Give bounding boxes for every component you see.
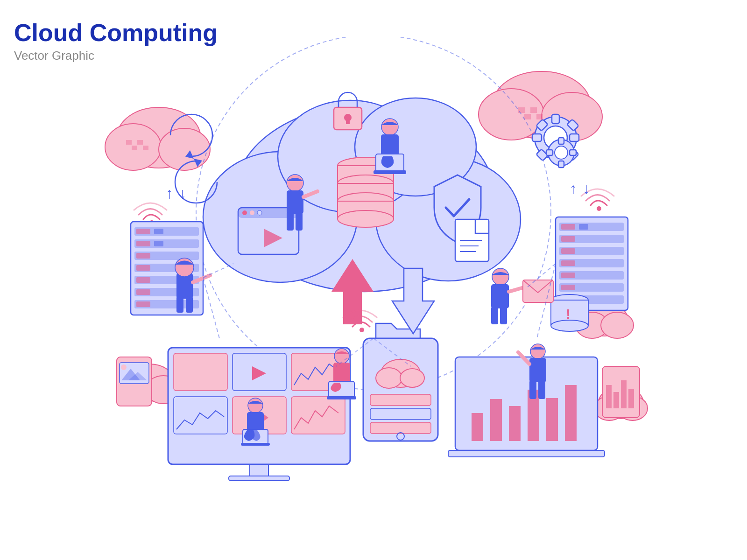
svg-rect-145: [613, 392, 619, 408]
svg-rect-84: [154, 241, 163, 246]
svg-rect-4: [137, 140, 143, 145]
svg-point-158: [381, 119, 398, 135]
svg-rect-133: [370, 422, 431, 434]
svg-point-182: [248, 398, 263, 413]
svg-rect-131: [370, 394, 431, 406]
svg-rect-146: [621, 380, 627, 408]
svg-rect-165: [296, 212, 303, 231]
svg-point-162: [287, 175, 303, 191]
svg-rect-103: [561, 273, 575, 278]
svg-rect-11: [530, 107, 537, 113]
svg-rect-86: [136, 265, 150, 271]
svg-point-152: [121, 364, 127, 370]
svg-rect-136: [472, 413, 483, 441]
svg-rect-164: [287, 212, 294, 231]
svg-rect-157: [186, 296, 193, 313]
svg-rect-183: [247, 412, 264, 432]
svg-rect-13: [536, 114, 543, 119]
svg-rect-173: [491, 307, 498, 324]
svg-rect-179: [529, 380, 536, 399]
svg-text:↑: ↑: [570, 180, 577, 197]
svg-rect-85: [136, 253, 150, 259]
svg-point-130: [400, 369, 424, 387]
svg-rect-125: [250, 464, 268, 477]
svg-rect-12: [524, 114, 531, 119]
svg-rect-52: [570, 150, 576, 155]
svg-text:!: !: [566, 306, 571, 322]
svg-rect-180: [538, 380, 545, 399]
svg-point-114: [257, 210, 262, 215]
svg-rect-121: [174, 397, 227, 434]
svg-point-108: [551, 320, 588, 331]
svg-rect-88: [136, 289, 150, 295]
svg-rect-89: [136, 301, 150, 307]
svg-rect-104: [561, 285, 575, 290]
svg-rect-51: [546, 150, 553, 155]
svg-rect-138: [509, 406, 521, 441]
svg-rect-163: [287, 190, 303, 214]
svg-rect-102: [561, 260, 575, 266]
svg-rect-159: [381, 134, 399, 157]
illustration: .cloud-fill { fill: #d6d9ff; stroke: #4a…: [75, 37, 672, 532]
svg-rect-174: [500, 307, 507, 324]
svg-rect-50: [558, 161, 564, 168]
svg-rect-3: [126, 140, 132, 145]
svg-rect-126: [229, 476, 289, 481]
svg-rect-140: [546, 398, 558, 441]
svg-text:↓: ↓: [583, 180, 590, 197]
svg-rect-42: [570, 134, 579, 141]
svg-rect-172: [491, 284, 509, 308]
svg-point-171: [492, 268, 509, 285]
svg-point-129: [376, 368, 402, 388]
svg-rect-82: [154, 229, 163, 234]
svg-rect-147: [628, 389, 634, 408]
svg-point-112: [242, 210, 247, 215]
svg-rect-98: [561, 224, 575, 230]
svg-point-48: [555, 146, 568, 159]
svg-rect-99: [579, 224, 588, 230]
svg-point-22: [601, 312, 634, 338]
svg-point-113: [250, 210, 254, 215]
svg-rect-49: [558, 138, 564, 144]
svg-rect-87: [136, 277, 150, 283]
svg-rect-144: [606, 385, 612, 408]
svg-rect-142: [448, 450, 605, 457]
svg-rect-10: [518, 107, 525, 113]
svg-rect-5: [132, 146, 137, 150]
svg-point-8: [479, 89, 544, 140]
svg-rect-156: [176, 296, 183, 313]
svg-point-68: [359, 328, 364, 332]
svg-point-177: [530, 344, 545, 359]
svg-rect-132: [370, 408, 431, 420]
svg-rect-41: [532, 134, 542, 141]
svg-point-167: [334, 349, 349, 364]
svg-rect-83: [136, 241, 150, 246]
svg-line-187: [203, 278, 219, 338]
svg-rect-185: [241, 443, 270, 446]
svg-rect-6: [143, 146, 148, 150]
svg-rect-161: [374, 170, 406, 174]
svg-rect-81: [136, 229, 150, 234]
svg-point-59: [338, 210, 394, 227]
svg-rect-137: [490, 399, 502, 441]
page-container: Cloud Computing Vector Graphic .cloud-fi…: [0, 0, 747, 560]
svg-rect-117: [174, 353, 227, 391]
svg-rect-141: [565, 385, 577, 441]
svg-rect-100: [561, 236, 575, 242]
svg-rect-168: [333, 363, 350, 384]
svg-rect-178: [529, 358, 546, 382]
svg-point-67: [597, 206, 601, 211]
svg-rect-101: [561, 248, 575, 254]
svg-text:↑: ↑: [166, 185, 173, 202]
svg-rect-124: [291, 397, 345, 434]
svg-rect-170: [327, 396, 356, 399]
svg-rect-39: [552, 114, 559, 124]
svg-text:↓: ↓: [179, 185, 186, 202]
svg-rect-36: [346, 118, 350, 124]
